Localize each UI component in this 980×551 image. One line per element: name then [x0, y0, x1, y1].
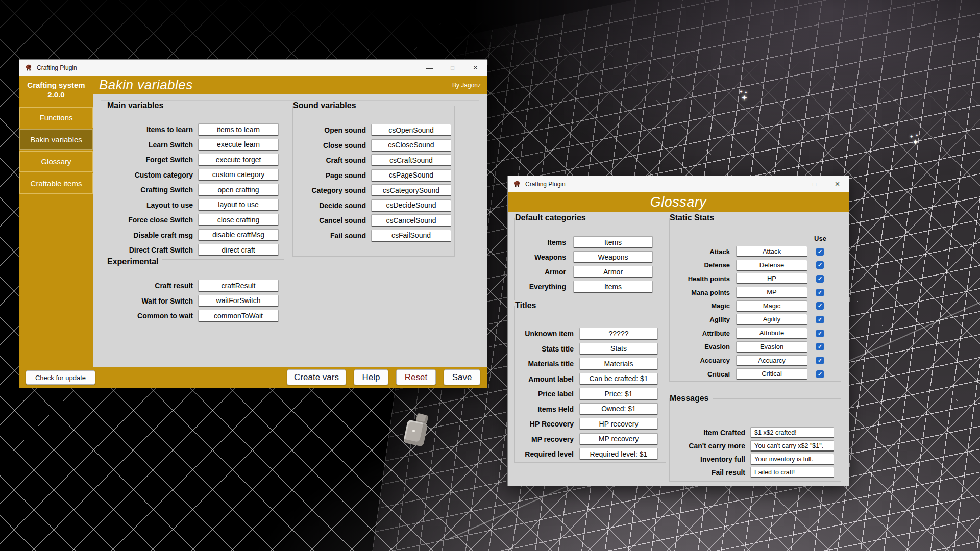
text-input[interactable]: $1 x$2 crafted! — [750, 427, 834, 438]
text-input[interactable]: layout to use — [198, 199, 279, 211]
text-input[interactable]: You can't carry x$2 "$1". — [750, 440, 834, 452]
field-label: Close sound — [293, 141, 366, 149]
text-input[interactable]: direct craft — [198, 244, 279, 256]
text-input[interactable]: disable craftMsg — [198, 229, 279, 241]
text-input[interactable]: csCategorySound — [371, 184, 451, 196]
group-messages: Messages Item Crafted$1 x$2 crafted!Can'… — [669, 398, 841, 482]
maximize-button[interactable]: □ — [803, 176, 826, 192]
text-input[interactable]: HP recovery — [579, 418, 658, 430]
field-row: Cancel soundcsCancelSound — [293, 214, 454, 227]
field-label: Attribute — [670, 330, 730, 337]
field-row: MP recoveryMP recovery — [515, 433, 666, 446]
text-input[interactable]: close crafting — [198, 214, 279, 226]
text-input[interactable]: csCancelSound — [371, 214, 451, 227]
text-input[interactable]: waitForSwitch — [198, 295, 279, 307]
save-button[interactable]: Save — [444, 369, 480, 385]
text-input[interactable]: Weapons — [573, 251, 653, 263]
text-input[interactable]: craftResult — [198, 280, 279, 292]
close-button[interactable]: × — [826, 176, 849, 192]
create-vars-button[interactable]: Create vars — [287, 369, 346, 385]
text-input[interactable]: MP — [736, 287, 807, 298]
text-input[interactable]: HP — [736, 273, 807, 284]
text-input[interactable]: Attack — [736, 246, 807, 257]
use-checkbox[interactable]: ✓ — [816, 302, 824, 310]
text-input[interactable]: Can be crafted: $1 — [579, 373, 658, 385]
text-input[interactable]: open crafting — [198, 184, 279, 196]
text-input[interactable]: execute learn — [198, 139, 279, 151]
minimize-button[interactable]: — — [418, 60, 441, 76]
field-row: WeaponsWeapons — [515, 251, 666, 264]
text-input[interactable]: csCloseSound — [371, 139, 451, 152]
3d-object — [404, 413, 435, 447]
group-sound-variables: Sound variables Open soundcsOpenSoundClo… — [292, 106, 455, 257]
field-row: Unknown item????? — [515, 327, 666, 340]
sparkle-icon: ✦ ✦ ✦ — [910, 134, 926, 150]
text-input[interactable]: Agility — [736, 314, 807, 325]
field-row: Custom categorycustom category — [107, 168, 284, 182]
text-input[interactable]: items to learn — [198, 123, 279, 136]
titlebar[interactable]: Crafting Plugin — □ × — [19, 60, 487, 76]
text-input[interactable]: Items — [573, 236, 653, 248]
text-input[interactable]: Evasion — [736, 341, 807, 353]
check-for-update-button[interactable]: Check for update — [26, 370, 95, 385]
field-row: Category soundcsCategorySound — [293, 184, 454, 197]
text-input[interactable]: Price: $1 — [579, 388, 658, 400]
text-input[interactable]: csDecideSound — [371, 199, 451, 212]
text-input[interactable]: Accuarcy — [736, 355, 807, 366]
text-input[interactable]: csFailSound — [371, 230, 451, 242]
text-input[interactable]: csCraftSound — [371, 154, 451, 166]
text-input[interactable]: Items — [573, 281, 653, 293]
use-checkbox[interactable]: ✓ — [816, 289, 824, 296]
use-checkbox[interactable]: ✓ — [816, 370, 824, 378]
text-input[interactable]: Stats — [579, 343, 658, 355]
minimize-button[interactable]: — — [780, 176, 803, 192]
text-input[interactable]: Attribute — [736, 328, 807, 339]
sidebar-item-functions[interactable]: Functions — [19, 107, 93, 128]
field-rows: Items to learnitems to learnLearn Switch… — [107, 106, 284, 259]
use-checkbox[interactable]: ✓ — [816, 275, 824, 283]
sidebar-item-bakin-variables[interactable]: Bakin variables — [19, 129, 93, 150]
field-row: Crafting Switchopen crafting — [107, 183, 284, 196]
field-row: Direct Craft Switchdirect craft — [107, 243, 284, 257]
use-checkbox[interactable]: ✓ — [816, 261, 824, 269]
text-input[interactable]: Your inventory is full. — [750, 454, 834, 465]
help-button[interactable]: Help — [354, 369, 388, 385]
text-input[interactable]: Defense — [736, 260, 807, 271]
sidebar-title: Crafting system — [19, 80, 93, 90]
text-input[interactable]: csPageSound — [371, 169, 451, 182]
use-checkbox[interactable]: ✓ — [816, 343, 824, 350]
field-row: Materials titleMaterials — [515, 357, 666, 370]
sidebar-item-craftable-items[interactable]: Craftable items — [19, 173, 93, 194]
maximize-button[interactable]: □ — [441, 60, 464, 76]
field-row: AttackAttack✓ — [670, 245, 841, 258]
text-input[interactable]: Armor — [573, 266, 653, 278]
titlebar[interactable]: Crafting Plugin — □ × — [508, 176, 849, 192]
text-input[interactable]: Critical — [736, 368, 807, 380]
use-checkbox[interactable]: ✓ — [816, 248, 824, 256]
text-input[interactable]: Required level: $1 — [579, 448, 658, 460]
text-input[interactable]: Magic — [736, 300, 807, 312]
text-input[interactable]: commonToWait — [198, 310, 279, 322]
reset-button[interactable]: Reset — [396, 369, 436, 385]
text-input[interactable]: csOpenSound — [371, 124, 451, 136]
window-controls: — □ × — [780, 176, 849, 192]
close-button[interactable]: × — [464, 60, 487, 76]
app-icon — [24, 64, 33, 72]
field-label: Armor — [515, 268, 566, 276]
window-title: Crafting Plugin — [37, 64, 77, 71]
text-input[interactable]: custom category — [198, 169, 279, 181]
text-input[interactable]: Failed to craft! — [750, 467, 834, 478]
field-rows: ItemsItemsWeaponsWeaponsArmorArmorEveryt… — [515, 218, 666, 295]
text-input[interactable]: ????? — [579, 328, 658, 340]
text-input[interactable]: Materials — [579, 358, 658, 370]
sidebar-item-label: Glossary — [41, 157, 71, 166]
text-input[interactable]: MP recovery — [579, 433, 658, 445]
use-checkbox[interactable]: ✓ — [816, 330, 824, 337]
text-input[interactable]: execute forget — [198, 154, 279, 166]
use-checkbox[interactable]: ✓ — [816, 357, 824, 364]
field-rows: AttackAttack✓DefenseDefense✓Health point… — [670, 218, 841, 382]
text-input[interactable]: Owned: $1 — [579, 403, 658, 415]
group-main-variables: Main variables Items to learnitems to le… — [107, 106, 284, 260]
sidebar-item-glossary[interactable]: Glossary — [19, 151, 93, 172]
use-checkbox[interactable]: ✓ — [816, 316, 824, 323]
